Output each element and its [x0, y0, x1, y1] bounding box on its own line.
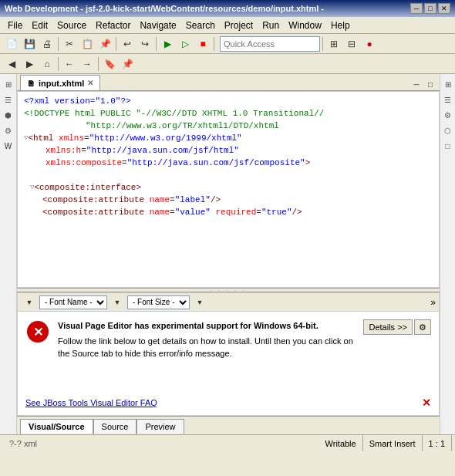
- forward-btn[interactable]: ▶: [21, 56, 38, 73]
- vpe-toolbar-btn1[interactable]: ▼: [21, 294, 38, 311]
- code-line-2: <!DOCTYPE html PUBLIC "-//W3C//DTD XHTML…: [24, 107, 436, 120]
- print-button[interactable]: 🖨: [39, 35, 56, 52]
- status-insert-mode: Smart Insert: [363, 435, 423, 451]
- maximize-editor-btn[interactable]: □: [424, 78, 436, 90]
- code-line-5: xmlns:h="http://java.sun.com/jsf/html": [24, 144, 436, 157]
- quick-access-input[interactable]: [220, 36, 320, 52]
- toolbar-secondary: ◀ ▶ ⌂ ← → 🔖 📌: [0, 54, 455, 74]
- cut-button[interactable]: ✂: [61, 35, 78, 52]
- menu-navigate[interactable]: Navigate: [135, 19, 180, 32]
- code-line-9: <composite:attribute name="value" requir…: [24, 206, 436, 218]
- sidebar-icon-5[interactable]: W: [2, 139, 15, 153]
- menu-search[interactable]: Search: [181, 19, 220, 32]
- tab-close-btn[interactable]: ✕: [87, 79, 93, 87]
- error-buttons: Details >> ⚙: [363, 319, 431, 335]
- right-icon-5[interactable]: □: [441, 139, 455, 153]
- new-button[interactable]: 📄: [3, 35, 20, 52]
- config-button[interactable]: ⚙: [414, 319, 431, 335]
- minimize-editor-btn[interactable]: ─: [410, 78, 423, 90]
- main-area: ⊞ ☰ ⬢ ⚙ W 🗎 input.xhtml ✕ ─ □ <?xml vers…: [0, 74, 455, 434]
- vpe-close-button[interactable]: ✕: [422, 397, 431, 409]
- copy-button[interactable]: 📋: [79, 35, 96, 52]
- tab-icon: 🗎: [27, 79, 35, 88]
- font-name-select[interactable]: - Font Name -: [39, 295, 107, 309]
- vpe-panel: ▼ - Font Name - ▼ - Font Size - ▼ » ✕ Vi…: [17, 292, 440, 416]
- menu-window[interactable]: Window: [284, 19, 326, 32]
- font-size-select[interactable]: - Font Size -: [127, 295, 190, 309]
- undo-button[interactable]: ↩: [119, 35, 136, 52]
- sidebar-icon-3[interactable]: ⬢: [2, 108, 15, 122]
- bottom-tab-bar: Visual/Source Source Preview: [17, 416, 440, 434]
- paste-button[interactable]: 📌: [96, 35, 113, 52]
- status-position: 1 : 1: [423, 435, 452, 451]
- editor-container: 🗎 input.xhtml ✕ ─ □ <?xml version="1.0"?…: [17, 74, 440, 434]
- error-title: Visual Page Editor has experimental supp…: [58, 319, 356, 332]
- code-line-7: ▽ <composite:interface>: [24, 181, 436, 194]
- tab-visual-source[interactable]: Visual/Source: [20, 419, 93, 434]
- code-text-3: "http://www.w3.org/TR/xhtml1/DTD/xhtml: [86, 120, 436, 132]
- title-bar: Web Development - jsf-2.0-kick-start/Web…: [0, 0, 455, 17]
- right-icon-4[interactable]: ⬡: [441, 123, 455, 137]
- code-line-3: "http://www.w3.org/TR/xhtml1/DTD/xhtml: [24, 120, 436, 132]
- code-line-6: xmlns:composite="http://java.sun.com/jsf…: [24, 157, 436, 169]
- font-size-arrow[interactable]: ▼: [191, 294, 208, 311]
- faq-link[interactable]: See JBoss Tools Visual Editor FAQ: [25, 398, 157, 407]
- tab-preview[interactable]: Preview: [136, 419, 184, 434]
- right-icon-3[interactable]: ⚙: [441, 108, 455, 122]
- right-sidebar: ⊞ ☰ ⚙ ⬡ □: [440, 74, 455, 434]
- sep5: [322, 37, 323, 51]
- home-btn[interactable]: ⌂: [39, 56, 56, 73]
- editor-tab-input-xhtml[interactable]: 🗎 input.xhtml ✕: [20, 75, 100, 90]
- back-btn[interactable]: ◀: [3, 56, 20, 73]
- sidebar-icon-4[interactable]: ⚙: [2, 123, 15, 137]
- maximize-button[interactable]: □: [424, 3, 436, 14]
- redo-button[interactable]: ↪: [136, 35, 153, 52]
- code-line-blank: [24, 169, 436, 181]
- font-name-arrow[interactable]: ▼: [109, 294, 126, 311]
- vpe-expand-btn[interactable]: »: [430, 297, 436, 308]
- debug-button[interactable]: ▷: [177, 35, 194, 52]
- bookmark-btn[interactable]: 🔖: [101, 56, 118, 73]
- left-sidebar: ⊞ ☰ ⬢ ⚙ W: [0, 74, 17, 434]
- save-button[interactable]: 💾: [21, 35, 38, 52]
- sep2: [116, 37, 116, 51]
- sep4: [214, 37, 214, 51]
- next-btn[interactable]: →: [79, 56, 96, 73]
- error-message-text: Visual Page Editor has experimental supp…: [58, 319, 356, 360]
- code-line-8: <composite:attribute name="label"/>: [24, 194, 436, 206]
- run-button[interactable]: ▶: [159, 35, 176, 52]
- tab-controls: ─ □: [410, 78, 440, 90]
- error-icon: ✕: [25, 319, 50, 344]
- right-icon-2[interactable]: ☰: [441, 93, 455, 106]
- menu-help[interactable]: Help: [326, 19, 355, 32]
- horizontal-scrollbar[interactable]: [18, 287, 439, 288]
- code-text-8: <composite:attribute name="label"/>: [42, 194, 436, 206]
- menu-edit[interactable]: Edit: [27, 19, 52, 32]
- tab-source[interactable]: Source: [93, 419, 137, 434]
- perspective-btn1[interactable]: ⊞: [325, 35, 342, 52]
- window-title: Web Development - jsf-2.0-kick-start/Web…: [5, 4, 324, 13]
- prev-btn[interactable]: ←: [61, 56, 78, 73]
- menu-source[interactable]: Source: [52, 19, 91, 32]
- details-button[interactable]: Details >>: [363, 319, 413, 335]
- right-icon-1[interactable]: ⊞: [441, 77, 455, 91]
- code-line-1: <?xml version="1.0"?>: [24, 95, 436, 107]
- stop-button[interactable]: ■: [194, 35, 211, 52]
- sep7: [98, 57, 99, 71]
- code-text-5: xmlns:h="http://java.sun.com/jsf/html": [46, 144, 436, 157]
- perspective-btn2[interactable]: ⊟: [343, 35, 360, 52]
- menu-file[interactable]: File: [3, 19, 27, 32]
- minimize-button[interactable]: ─: [410, 3, 423, 14]
- pin-btn[interactable]: 📌: [119, 56, 136, 73]
- perspective-btn3[interactable]: ●: [361, 35, 378, 52]
- close-button[interactable]: ✕: [438, 3, 450, 14]
- menu-project[interactable]: Project: [220, 19, 258, 32]
- menu-refactor[interactable]: Refactor: [91, 19, 135, 32]
- code-content[interactable]: <?xml version="1.0"?> <!DOCTYPE html PUB…: [18, 92, 439, 287]
- code-text-6: xmlns:composite="http://java.sun.com/jsf…: [46, 157, 436, 169]
- error-body: Follow the link below to get details on …: [58, 335, 356, 360]
- menu-run[interactable]: Run: [258, 19, 284, 32]
- sidebar-icon-1[interactable]: ⊞: [2, 77, 15, 91]
- sidebar-icon-2[interactable]: ☰: [2, 93, 15, 106]
- vpe-footer: See JBoss Tools Visual Editor FAQ ✕: [18, 397, 439, 415]
